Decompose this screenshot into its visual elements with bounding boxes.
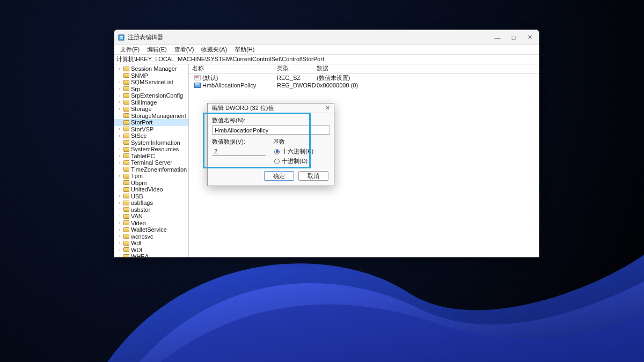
menu-edit[interactable]: 编辑(E) xyxy=(143,45,171,54)
menu-view[interactable]: 查看(V) xyxy=(171,45,198,54)
tree-item-label: VAN xyxy=(131,213,143,219)
svg-rect-2 xyxy=(120,38,123,39)
folder-icon xyxy=(123,127,129,131)
tree-item-label: UnitedVideo xyxy=(131,186,163,193)
folder-icon xyxy=(123,160,129,165)
folder-icon xyxy=(123,140,129,145)
tree-item[interactable]: SystemInformation xyxy=(114,139,188,146)
tree-item-label: USB xyxy=(131,193,143,200)
cancel-button[interactable]: 取消 xyxy=(298,171,328,181)
folder-icon xyxy=(123,194,129,198)
tree-item[interactable]: ›Session Manager xyxy=(114,65,188,72)
dialog-titlebar[interactable]: 编辑 DWORD (32 位)值 ✕ xyxy=(208,104,334,113)
expand-icon: › xyxy=(118,254,122,257)
tree-item[interactable]: ›Storage xyxy=(114,106,188,113)
radio-dec[interactable]: 十进制(D) xyxy=(273,157,330,165)
folder-icon xyxy=(123,147,129,152)
expand-icon: › xyxy=(118,227,122,232)
value-icon xyxy=(194,83,201,88)
expand-icon: › xyxy=(118,201,122,205)
tree-item-label: TabletPC xyxy=(131,153,155,159)
tree-item[interactable]: ›SQMServiceList xyxy=(114,79,188,86)
tree-item[interactable]: ›Video xyxy=(114,220,188,227)
expand-icon: › xyxy=(118,187,122,192)
tree-item[interactable]: ›WalletService xyxy=(114,226,188,233)
menu-file[interactable]: 文件(F) xyxy=(116,45,143,54)
tree-item[interactable]: ›Tpm xyxy=(114,173,188,180)
tree-item[interactable]: TimeZoneInformation xyxy=(114,166,188,173)
tree-item[interactable]: ›TabletPC xyxy=(114,153,188,160)
tree-item-label: SrpExtensionConfig xyxy=(131,92,183,99)
tree-item[interactable]: ›StillImage xyxy=(114,99,188,106)
tree-item-label: Ubpm xyxy=(131,180,147,186)
dialog-close-button[interactable]: ✕ xyxy=(322,105,333,112)
menu-help[interactable]: 帮助(H) xyxy=(231,45,258,54)
tree-item[interactable]: ›Srp xyxy=(114,86,188,93)
maximize-button[interactable]: □ xyxy=(506,32,522,43)
expand-icon: › xyxy=(118,234,122,239)
tree-item[interactable]: ›UnitedVideo xyxy=(114,186,188,193)
folder-icon xyxy=(123,134,129,138)
tree-item[interactable]: ›StorVSP xyxy=(114,126,188,133)
expand-icon: › xyxy=(118,220,122,225)
tree-item[interactable]: ›SystemResources xyxy=(114,146,188,153)
expand-icon: › xyxy=(118,86,122,91)
folder-icon xyxy=(123,120,129,125)
value-data-input[interactable] xyxy=(212,147,266,156)
tree-pane[interactable]: ›Session ManagerSNMP›SQMServiceList›Srp›… xyxy=(114,64,189,257)
tree-item[interactable]: ›VAN xyxy=(114,213,188,220)
menu-favorites[interactable]: 收藏夹(A) xyxy=(197,45,231,54)
tree-item[interactable]: StorPort xyxy=(114,119,188,126)
tree-item-label: Storage xyxy=(131,106,152,112)
tree-item[interactable]: ›SrpExtensionConfig xyxy=(114,92,188,99)
value-type: REG_DWORD xyxy=(277,82,317,88)
tree-item-label: usbflags xyxy=(131,200,153,206)
tree-item[interactable]: ›usbstor xyxy=(114,206,188,213)
tree-item[interactable]: ›StSec xyxy=(114,132,188,139)
tree-item-label: StorPort xyxy=(131,119,152,125)
minimize-button[interactable]: — xyxy=(489,32,506,43)
folder-icon xyxy=(123,167,129,172)
expand-icon: › xyxy=(118,113,122,118)
value-icon xyxy=(194,75,201,80)
titlebar[interactable]: 注册表编辑器 — □ ✕ xyxy=(114,30,539,45)
tree-item[interactable]: ›usbflags xyxy=(114,200,188,206)
tree-item[interactable]: ›WHEA xyxy=(114,253,188,257)
ok-button[interactable]: 确定 xyxy=(264,171,294,181)
folder-icon xyxy=(123,234,129,239)
close-button[interactable]: ✕ xyxy=(522,32,538,43)
value-data: (数值未设置) xyxy=(317,74,539,82)
tree-item-label: StorVSP xyxy=(131,126,153,132)
tree-item[interactable]: SNMP xyxy=(114,72,188,79)
tree-item-label: StorageManagement xyxy=(131,113,186,119)
dialog-body: 数值名称(N): 数值数据(V): 基数 十六进制(H) 十进制(D) xyxy=(208,113,334,183)
address-bar[interactable]: 计算机\HKEY_LOCAL_MACHINE\SYSTEM\CurrentCon… xyxy=(114,55,539,64)
col-name[interactable]: 名称 xyxy=(189,64,277,73)
tree-item[interactable]: ›wcncsvc xyxy=(114,233,188,240)
list-row[interactable]: HmbAllocationPolicyREG_DWORD0x00000000 (… xyxy=(189,82,539,89)
tree-item[interactable]: ›USB xyxy=(114,193,188,200)
col-data[interactable]: 数据 xyxy=(317,64,539,73)
list-row[interactable]: (默认)REG_SZ(数值未设置) xyxy=(189,74,539,82)
list-header: 名称 类型 数据 xyxy=(189,64,539,74)
tree-item[interactable]: ›StorageManagement xyxy=(114,113,188,120)
tree-item[interactable]: ›WDI xyxy=(114,247,188,254)
radio-hex[interactable]: 十六进制(H) xyxy=(273,147,330,156)
value-data: 0x00000000 (0) xyxy=(317,82,539,88)
tree-item[interactable]: ›Wdf xyxy=(114,240,188,247)
folder-icon xyxy=(123,187,129,192)
expand-icon: › xyxy=(118,93,122,98)
folder-icon xyxy=(123,241,129,246)
folder-icon xyxy=(123,86,129,91)
value-data-label: 数值数据(V): xyxy=(212,138,268,146)
tree-item[interactable]: Ubpm xyxy=(114,180,188,187)
value-name-input[interactable] xyxy=(212,125,330,135)
tree-item-label: SystemResources xyxy=(131,146,179,152)
col-type[interactable]: 类型 xyxy=(277,64,317,73)
value-name-label: 数值名称(N): xyxy=(212,116,330,124)
tree-item[interactable]: ›Terminal Server xyxy=(114,159,188,166)
expand-icon: › xyxy=(118,174,122,179)
app-icon xyxy=(118,34,125,41)
folder-icon xyxy=(123,67,129,71)
tree-item-label: wcncsvc xyxy=(131,233,153,240)
